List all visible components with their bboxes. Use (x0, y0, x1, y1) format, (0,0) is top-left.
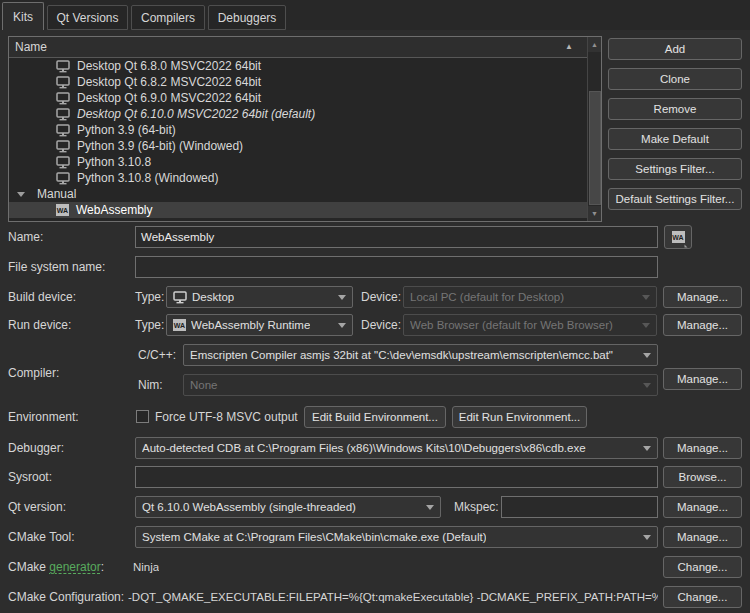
force-utf8-checkbox-label[interactable]: Force UTF-8 MSVC output (155, 406, 298, 428)
cmake-generator-label-prefix: CMake (8, 560, 49, 574)
qt-version-label: Qt version: (8, 496, 66, 518)
tab-debuggers-label: Debuggers (218, 11, 277, 25)
kit-icon-button[interactable]: WA (664, 225, 692, 249)
build-device-device-label: Device: (361, 286, 401, 308)
change-button-label: Change... (678, 591, 728, 603)
edit-run-environment-button[interactable]: Edit Run Environment... (452, 406, 587, 428)
make-default-button[interactable]: Make Default (608, 128, 742, 150)
dropdown-corner-icon (685, 242, 688, 248)
tab-kits[interactable]: Kits (2, 2, 44, 30)
build-device-device-combo: Local PC (default for Desktop) (403, 286, 657, 308)
scroll-up-icon[interactable]: ▲ (588, 37, 601, 52)
file-system-name-input[interactable] (135, 256, 658, 278)
tab-debuggers[interactable]: Debuggers (208, 5, 286, 30)
qt-version-combo[interactable]: Qt 6.10.0 WebAssembly (single-threaded) (135, 496, 441, 518)
edit-build-environment-button[interactable]: Edit Build Environment... (304, 406, 446, 428)
settings-filter-button-label: Settings Filter... (635, 163, 714, 175)
run-device-device-label: Device: (361, 314, 401, 336)
tree-header-label: Name (15, 40, 47, 54)
tree-row[interactable]: Desktop Qt 6.8.0 MSVC2022 64bit (9, 58, 587, 74)
desktop-icon (56, 172, 70, 185)
build-device-type-value: Desktop (192, 291, 234, 303)
default-settings-filter-button[interactable]: Default Settings Filter... (608, 188, 742, 210)
default-settings-filter-button-label: Default Settings Filter... (616, 193, 735, 205)
compiler-cpp-value: Emscripten Compiler asmjs 32bit at "C:\d… (190, 349, 613, 361)
tree-group-manual[interactable]: Manual (9, 186, 587, 202)
tree-row[interactable]: Python 3.10.8 (9, 154, 587, 170)
run-device-label: Run device: (8, 314, 71, 336)
manage-button-label: Manage... (677, 531, 728, 543)
sysroot-input[interactable] (135, 466, 658, 488)
cmake-generator-link[interactable]: generator (49, 560, 100, 574)
cmake-tool-value: System CMake at C:\Program Files\CMake\b… (142, 531, 486, 543)
run-device-type-value: WebAssembly Runtime (191, 319, 310, 331)
mkspec-label: Mkspec: (454, 496, 499, 518)
tree-row-default-kit[interactable]: Desktop Qt 6.10.0 MSVC2022 64bit (defaul… (9, 106, 587, 122)
chevron-down-icon (643, 535, 651, 540)
tree-header-name[interactable]: Name ▲ (9, 37, 587, 58)
compiler-manage-button[interactable]: Manage... (663, 368, 742, 390)
run-device-type-label: Type: (135, 314, 164, 336)
clone-button-label: Clone (660, 73, 690, 85)
run-device-type-combo[interactable]: WA WebAssembly Runtime (166, 314, 353, 336)
desktop-icon (56, 124, 70, 137)
chevron-down-icon (643, 383, 651, 388)
environment-label: Environment: (8, 406, 79, 428)
cmake-configuration-change-button[interactable]: Change... (663, 586, 742, 608)
expander-down-icon[interactable] (17, 192, 25, 197)
name-input-value: WebAssembly (141, 231, 214, 243)
cmake-generator-value: Ninja (133, 556, 159, 578)
tree-row[interactable]: Python 3.9 (64-bit) (Windowed) (9, 138, 587, 154)
clone-button[interactable]: Clone (608, 68, 742, 90)
cmake-tool-combo[interactable]: System CMake at C:\Program Files\CMake\b… (135, 526, 658, 548)
desktop-icon (56, 76, 70, 89)
remove-button[interactable]: Remove (608, 98, 742, 120)
browse-button-label: Browse... (679, 471, 727, 483)
edit-run-environment-label: Edit Run Environment... (459, 411, 580, 423)
sysroot-browse-button[interactable]: Browse... (663, 466, 742, 488)
mkspec-input[interactable] (501, 496, 658, 518)
settings-filter-button[interactable]: Settings Filter... (608, 158, 742, 180)
compiler-cpp-combo[interactable]: Emscripten Compiler asmjs 32bit at "C:\d… (183, 344, 658, 366)
tree-row-label: Python 3.10.8 (77, 155, 151, 169)
cmake-tool-manage-button[interactable]: Manage... (663, 526, 742, 548)
chevron-down-icon (642, 295, 650, 300)
edit-build-environment-label: Edit Build Environment... (312, 411, 438, 423)
tree-row[interactable]: Desktop Qt 6.9.0 MSVC2022 64bit (9, 90, 587, 106)
tree-row[interactable]: Python 3.10.8 (Windowed) (9, 170, 587, 186)
chevron-down-icon (338, 323, 346, 328)
make-default-button-label: Make Default (641, 133, 709, 145)
debugger-combo[interactable]: Auto-detected CDB at C:\Program Files (x… (135, 437, 658, 459)
cmake-generator-change-button[interactable]: Change... (663, 556, 742, 578)
build-device-type-combo[interactable]: Desktop (166, 286, 353, 308)
tree-vertical-scrollbar[interactable]: ▲ ▼ (587, 37, 601, 221)
scrollbar-thumb[interactable] (589, 91, 601, 205)
tab-kits-label: Kits (13, 10, 33, 24)
chevron-down-icon (642, 323, 650, 328)
compiler-label: Compiler: (8, 362, 59, 384)
name-input[interactable]: WebAssembly (135, 226, 658, 248)
force-utf8-checkbox[interactable] (136, 410, 149, 423)
debugger-manage-button[interactable]: Manage... (663, 437, 742, 459)
tab-qt-versions-label: Qt Versions (56, 11, 118, 25)
tab-compilers[interactable]: Compilers (131, 5, 205, 30)
add-button-label: Add (665, 43, 685, 55)
scroll-down-icon[interactable]: ▼ (588, 206, 601, 221)
add-button[interactable]: Add (608, 38, 742, 60)
run-device-manage-button[interactable]: Manage... (663, 314, 742, 336)
build-device-manage-button[interactable]: Manage... (663, 286, 742, 308)
kits-tree: Name ▲ Desktop Qt 6.8.0 MSVC2022 64bit D… (8, 36, 602, 222)
tree-row[interactable]: Python 3.9 (64-bit) (9, 122, 587, 138)
desktop-icon (56, 156, 70, 169)
qt-version-manage-button[interactable]: Manage... (663, 496, 742, 518)
run-device-device-combo: Web Browser (default for Web Browser) (403, 314, 657, 336)
chevron-down-icon (643, 353, 651, 358)
tab-qt-versions[interactable]: Qt Versions (47, 5, 128, 30)
tree-row[interactable]: Desktop Qt 6.8.2 MSVC2022 64bit (9, 74, 587, 90)
manage-button-label: Manage... (677, 319, 728, 331)
tree-row-webassembly-selected[interactable]: WA WebAssembly (9, 202, 587, 218)
remove-button-label: Remove (654, 103, 697, 115)
cmake-tool-label: CMake Tool: (8, 526, 74, 548)
compiler-nim-combo: None (183, 374, 658, 396)
cmake-generator-label-suffix: : (101, 560, 104, 574)
